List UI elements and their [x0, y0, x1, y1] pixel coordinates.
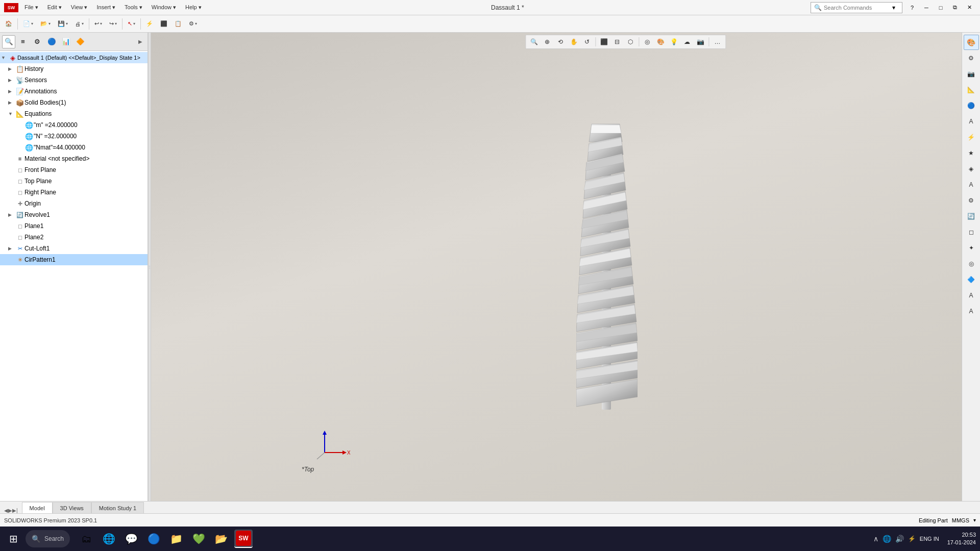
zoom-to-selection-btn[interactable]: ⊕: [541, 36, 553, 47]
scroll-tabs-right[interactable]: ▶: [8, 508, 12, 513]
new-button[interactable]: 📄 ▾: [20, 17, 36, 31]
maximize-btn[interactable]: □: [934, 3, 947, 12]
open-button[interactable]: 📂 ▾: [37, 17, 54, 31]
more-view-btn[interactable]: …: [711, 36, 723, 47]
taskbar-folder2[interactable]: 📂: [212, 530, 230, 548]
tree-item-plane2[interactable]: ◻ Plane2: [0, 232, 148, 243]
taskbar-teams[interactable]: 💬: [122, 530, 140, 548]
restore-btn[interactable]: ⧉: [948, 3, 962, 12]
scroll-tabs-end[interactable]: ▶|: [12, 508, 18, 513]
print-button[interactable]: 🖨 ▾: [72, 17, 87, 31]
tree-item-plane1[interactable]: ◻ Plane1: [0, 220, 148, 232]
undo-button[interactable]: ↩ ▾: [91, 17, 105, 31]
selection-button[interactable]: ↖ ▾: [125, 17, 138, 31]
tree-item-front-plane[interactable]: ◻ Front Plane: [0, 164, 148, 176]
zoom-to-fit-btn[interactable]: 🔍: [528, 36, 540, 47]
tree-item-eq-nmat[interactable]: 🌐 "Nmat"=44.000000: [0, 142, 148, 153]
volume-icon[interactable]: 🔊: [895, 535, 904, 543]
scene-btn[interactable]: ☁: [681, 36, 693, 47]
rp-rotate-btn[interactable]: 🔄: [964, 209, 979, 224]
battery-icon[interactable]: ⚡: [908, 535, 916, 542]
tab-motion-study[interactable]: Motion Study 1: [91, 502, 144, 513]
tree-item-origin[interactable]: ✚ Origin: [0, 198, 148, 209]
save-button[interactable]: 💾 ▾: [55, 17, 71, 31]
tree-item-revolve1[interactable]: ▶ 🔄 Revolve1: [0, 209, 148, 220]
viewport[interactable]: 🔍 ⊕ ⟲ ✋ ↺ ⬛ ⊟ ⬡ ◎ 🎨 💡 ☁ 📷 …: [151, 33, 980, 501]
rp-a2-btn[interactable]: A: [964, 304, 979, 319]
help-menu-btn[interactable]: Help ▾: [182, 3, 205, 12]
view-orientation-btn[interactable]: ⬡: [624, 36, 636, 47]
search-commands-input[interactable]: [824, 5, 890, 11]
view-menu-btn[interactable]: View ▾: [68, 3, 91, 12]
display-mode-btn[interactable]: ⬛: [598, 36, 610, 47]
display-manager-tab[interactable]: 📊: [59, 35, 72, 48]
rp-diamond-btn[interactable]: ◈: [964, 161, 979, 177]
taskbar-search-box[interactable]: 🔍 Search: [26, 530, 70, 547]
rotate-btn[interactable]: ↺: [581, 36, 593, 47]
tree-item-material[interactable]: ≡ Material <not specified>: [0, 153, 148, 164]
rp-dimension-btn[interactable]: 📐: [964, 82, 979, 97]
section-view-button[interactable]: 📋: [172, 17, 185, 31]
tree-item-top-plane[interactable]: ◻ Top Plane: [0, 176, 148, 187]
camera-btn[interactable]: 📷: [694, 36, 706, 47]
windows-start-btn[interactable]: ⊞: [4, 530, 22, 548]
rp-sparkle-btn[interactable]: ✦: [964, 240, 979, 256]
file-menu-btn[interactable]: File ▾: [21, 3, 41, 12]
edit-menu-btn[interactable]: Edit ▾: [44, 3, 65, 12]
rp-settings-btn[interactable]: ⚙: [964, 51, 979, 66]
options-button[interactable]: ⚙ ▾: [186, 17, 200, 31]
redo-button[interactable]: ↪ ▾: [106, 17, 120, 31]
tab-3d-views[interactable]: 3D Views: [53, 502, 91, 513]
taskbar-edge[interactable]: 🔵: [144, 530, 163, 548]
taskbar-file-explorer[interactable]: 🗂: [77, 530, 95, 548]
rp-text-btn[interactable]: A: [964, 114, 979, 129]
tree-item-right-plane[interactable]: ◻ Right Plane: [0, 187, 148, 198]
hide-show-btn[interactable]: ◎: [641, 36, 653, 47]
tree-item-eq-m[interactable]: 🌐 "m" =24.000000: [0, 119, 148, 131]
cam-tab[interactable]: 🔶: [74, 35, 87, 48]
tree-item-solid-bodies[interactable]: ▶ 📦 Solid Bodies(1): [0, 97, 148, 108]
rp-blue-diamond-btn[interactable]: 🔷: [964, 272, 979, 287]
tree-item-eq-n[interactable]: 🌐 "N" =32.000000: [0, 131, 148, 142]
rebuild-button[interactable]: ⚡: [143, 17, 156, 31]
rp-star-btn[interactable]: ★: [964, 145, 979, 161]
pan-btn[interactable]: ✋: [568, 36, 580, 47]
property-manager-tab[interactable]: ≡: [16, 35, 30, 48]
tree-item-equations[interactable]: ▼ 📐 Equations: [0, 108, 148, 119]
panel-expand-btn[interactable]: ▶: [135, 37, 145, 47]
tab-model[interactable]: Model: [22, 502, 53, 513]
tree-item-cut-loft1[interactable]: ▶ ✂ Cut-Loft1: [0, 243, 148, 254]
rp-lightning-btn[interactable]: ⚡: [964, 130, 979, 145]
root-tree-item[interactable]: ▼ ◈ Dassault 1 (Default) <<Default>_Disp…: [0, 52, 148, 63]
rp-gear-btn[interactable]: ⚙: [964, 193, 979, 208]
home-button[interactable]: 🏠: [2, 17, 15, 31]
search-dropdown-icon[interactable]: ▾: [892, 4, 895, 11]
rp-bullseye-btn[interactable]: ◎: [964, 256, 979, 271]
tools-menu-btn[interactable]: Tools ▾: [121, 3, 145, 12]
taskbar-whatsapp[interactable]: 💚: [189, 530, 208, 548]
configuration-manager-tab[interactable]: ⚙: [31, 35, 44, 48]
rp-a1-btn[interactable]: A: [964, 288, 979, 303]
rp-square-btn[interactable]: ◻: [964, 224, 979, 240]
taskbar-solidworks[interactable]: SW: [234, 530, 253, 548]
section-view-btn[interactable]: ⊟: [611, 36, 623, 47]
tree-item-cir-pattern1[interactable]: ✳ CirPattern1: [0, 254, 148, 265]
taskbar-browser[interactable]: 🌐: [100, 530, 118, 548]
system-clock[interactable]: 20:53 17-01-2024: [947, 531, 976, 547]
insert-menu-btn[interactable]: Insert ▾: [94, 3, 119, 12]
chevron-up-icon[interactable]: ∧: [873, 535, 878, 543]
window-menu-btn[interactable]: Window ▾: [149, 3, 179, 12]
search-commands-box[interactable]: 🔍 ▾: [811, 2, 902, 13]
dimxpert-tab[interactable]: 🔵: [45, 35, 58, 48]
rp-circle-btn[interactable]: 🔵: [964, 98, 979, 113]
rp-camera-btn[interactable]: 📷: [964, 66, 979, 82]
scroll-tabs-left[interactable]: ◀: [4, 508, 8, 513]
rp-color-btn[interactable]: 🎨: [964, 35, 979, 50]
units-dropdown[interactable]: ▾: [973, 517, 976, 523]
feature-manager-tab[interactable]: 🔍: [2, 35, 15, 48]
help-btn[interactable]: ?: [905, 3, 919, 12]
taskbar-files[interactable]: 📁: [167, 530, 185, 548]
3d-view-button[interactable]: ⬛: [157, 17, 170, 31]
minimize-btn[interactable]: ─: [920, 3, 933, 12]
close-btn[interactable]: ✕: [963, 3, 976, 12]
